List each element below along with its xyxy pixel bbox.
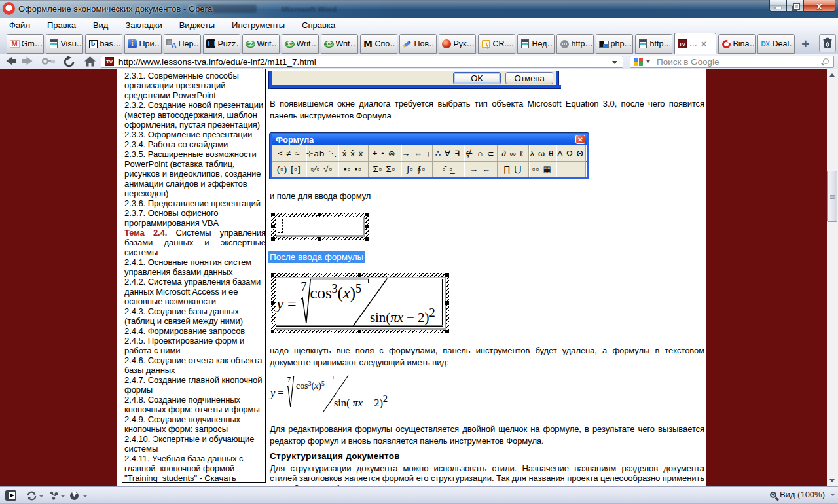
vertical-scrollbar[interactable] bbox=[827, 69, 838, 486]
title-bar: Оформление экономических документов - Op… bbox=[0, 0, 838, 18]
panels-toggle-button[interactable] bbox=[5, 490, 16, 501]
screenshot-ok-button: OK bbox=[453, 72, 501, 84]
pencil-icon bbox=[402, 39, 412, 49]
tab-bas[interactable]: bas… bbox=[85, 34, 122, 54]
tab-active[interactable]: …× bbox=[674, 33, 716, 54]
toc-item[interactable]: 2.4.11. Учебная база данных с главной кн… bbox=[124, 454, 266, 481]
tab-рук[interactable]: Рук… bbox=[439, 34, 476, 54]
toc-item[interactable]: 2.3.7. Основы офисного программирования … bbox=[124, 208, 266, 228]
menu-справка[interactable]: Справка bbox=[293, 19, 344, 31]
toc-item[interactable]: 2.4.9. Создание подчиненных кнопочных фо… bbox=[124, 414, 266, 434]
turbo-dropdown[interactable] bbox=[82, 495, 88, 497]
tab-writ[interactable]: Writ… bbox=[321, 34, 358, 54]
url-field[interactable]: http://www.lessons-tva.info/edu/e-inf2/m… bbox=[101, 56, 623, 68]
eq-toolbar-cell: ▫̄ ▫̲ bbox=[433, 162, 464, 177]
tab-writ[interactable]: Writ… bbox=[282, 34, 319, 54]
tab-cr[interactable]: CR...... bbox=[478, 34, 515, 54]
toc-item[interactable]: 2.4.6. Создание отчета как объекта базы … bbox=[124, 355, 266, 375]
rewind-button[interactable] bbox=[42, 57, 55, 65]
tab-пер[interactable]: Пер… bbox=[164, 34, 201, 54]
selection-handle bbox=[445, 301, 449, 305]
toc-item[interactable]: 2.4.1. Основные понятия систем управлени… bbox=[124, 257, 266, 277]
page-viewport: 2.3.1. Современные способы организации п… bbox=[0, 69, 838, 486]
toc-item[interactable]: 2.3.4. Работа со слайдами bbox=[124, 139, 266, 149]
sidebar-left-border bbox=[122, 69, 123, 482]
doc-favicon bbox=[520, 39, 530, 49]
forward-button[interactable] bbox=[22, 56, 33, 67]
toc-item[interactable]: 2.4.8. Создание подчиненных кнопочных фо… bbox=[124, 395, 266, 414]
tab-label: Рук… bbox=[454, 39, 475, 48]
b-icon bbox=[89, 40, 98, 48]
url-dropdown-arrow[interactable] bbox=[612, 61, 617, 64]
tab-writ[interactable]: Writ… bbox=[242, 34, 280, 54]
tab-bina[interactable]: Bina… bbox=[718, 34, 756, 54]
menu-вид[interactable]: Вид bbox=[84, 19, 117, 31]
selection-handle bbox=[445, 273, 449, 277]
eq-toolbar-cell: Σ▫ Σ▫ bbox=[369, 162, 401, 177]
tab-php[interactable]: php… bbox=[596, 34, 633, 54]
turbo-button[interactable] bbox=[69, 491, 79, 501]
sidebar-bottom-border bbox=[122, 482, 266, 483]
toc-item[interactable]: 2.4.4. Формирование запросов bbox=[124, 326, 266, 336]
new-tab-button[interactable]: + bbox=[799, 38, 812, 50]
toc-theme-heading[interactable]: Тема 2.4. Системы управления базами данн… bbox=[124, 228, 266, 257]
tab-пов[interactable]: Пов… bbox=[399, 34, 437, 54]
tv-icon bbox=[105, 57, 114, 66]
menu-правка[interactable]: Правка bbox=[39, 19, 84, 31]
scrollbar-thumb[interactable] bbox=[827, 171, 837, 222]
tab-http[interactable]: http… bbox=[556, 34, 594, 54]
zoom-dropdown[interactable] bbox=[830, 494, 835, 496]
closed-tabs-trash-button[interactable] bbox=[819, 34, 836, 52]
unite-button[interactable] bbox=[49, 491, 60, 501]
reload-button[interactable] bbox=[63, 56, 76, 68]
toc-item[interactable]: 2.3.1. Современные способы организации п… bbox=[124, 71, 266, 100]
tab-при[interactable]: При… bbox=[124, 34, 162, 54]
search-engine-dropdown[interactable] bbox=[646, 60, 650, 63]
home-button[interactable] bbox=[84, 56, 96, 67]
tab-puzz[interactable]: Puzz… bbox=[203, 34, 240, 54]
eq-toolbar-cell: ▪▫ ▪▫ bbox=[338, 162, 369, 177]
toc-item[interactable]: 2.4.3. Создание базы данных (таблиц и св… bbox=[124, 306, 266, 326]
gmail-favicon bbox=[9, 39, 20, 49]
toc-item[interactable]: 2.4.10. Экспертные и обучающие системы bbox=[124, 434, 266, 454]
tab-gm[interactable]: Gm… bbox=[7, 34, 44, 54]
minimize-button[interactable] bbox=[769, 0, 787, 12]
selection-handle bbox=[365, 213, 369, 217]
toc-item[interactable]: 2.3.3. Оформление презентации bbox=[124, 130, 266, 139]
tab-deal[interactable]: Deal… bbox=[757, 34, 795, 54]
unite-dropdown[interactable] bbox=[60, 495, 65, 497]
toc-item[interactable]: 2.3.5. Расширенные возможности PowerPoin… bbox=[124, 149, 266, 198]
scroll-up-button[interactable] bbox=[827, 69, 838, 81]
toc-item[interactable]: 2.3.6. Представление презентаций bbox=[124, 198, 266, 208]
tab-label: Bina… bbox=[733, 39, 754, 48]
toc-item[interactable]: 2.4.2. Система управления базами данных … bbox=[124, 277, 266, 306]
page-favicon bbox=[104, 56, 115, 67]
zoom-control[interactable]: Вид (100%) bbox=[770, 490, 835, 499]
formula-denominator: sin( πx − 2)2 bbox=[334, 398, 388, 409]
tab-http[interactable]: http… bbox=[635, 34, 672, 54]
sync-dropdown[interactable] bbox=[39, 495, 44, 497]
sync-button[interactable] bbox=[26, 491, 37, 501]
tab-label: Visu… bbox=[61, 39, 82, 48]
menu-инструменты[interactable]: Инструменты bbox=[223, 19, 293, 31]
b-favicon bbox=[88, 39, 98, 49]
formula-lhs: y = bbox=[277, 296, 297, 312]
tab-спо[interactable]: Спо… bbox=[360, 34, 397, 54]
content-left-border bbox=[268, 69, 268, 486]
back-button[interactable] bbox=[5, 56, 17, 67]
restore-button[interactable] bbox=[787, 0, 804, 12]
menu-закладки[interactable]: Закладки bbox=[117, 19, 170, 31]
toc-item[interactable]: 2.4.5. Проектирование форм и работа с ни… bbox=[124, 336, 266, 355]
close-button[interactable]: x bbox=[804, 0, 835, 12]
search-magnifier-icon[interactable] bbox=[823, 58, 829, 64]
tab-visu[interactable]: Visu… bbox=[46, 34, 83, 54]
toc-item[interactable]: 2.4.7. Создание главной кнопочной формы bbox=[124, 375, 266, 395]
menu-файл[interactable]: Файл bbox=[9, 19, 39, 31]
selection-handle bbox=[271, 213, 275, 217]
scroll-down-button[interactable] bbox=[827, 475, 838, 486]
tab-нед[interactable]: Нед… bbox=[517, 34, 555, 54]
search-field[interactable]: Поиск в Google bbox=[630, 56, 834, 68]
tab-close-icon[interactable]: × bbox=[701, 39, 706, 48]
menu-виджеты[interactable]: Виджеты bbox=[171, 19, 223, 31]
toc-item[interactable]: 2.3.2. Создание новой презентации (масте… bbox=[124, 100, 266, 130]
